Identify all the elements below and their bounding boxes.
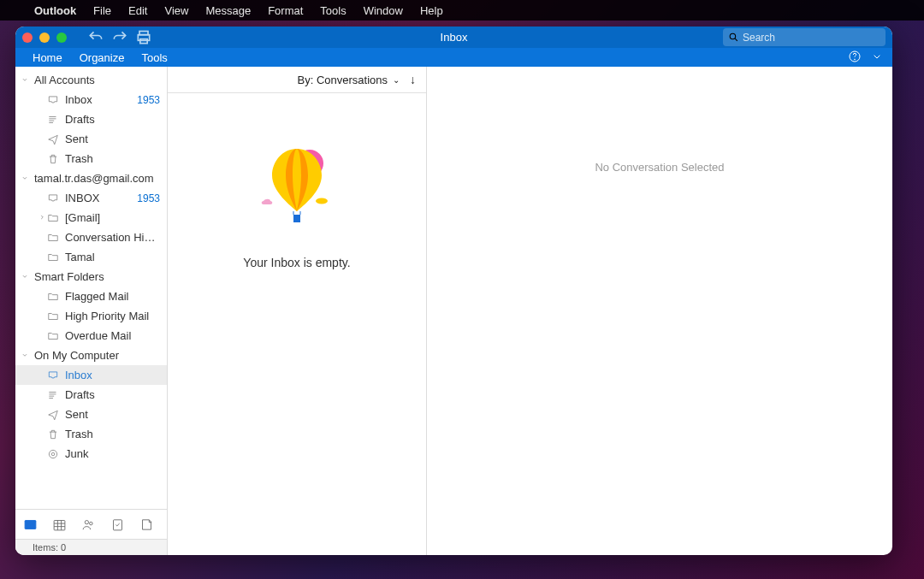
folder-item[interactable]: Drafts <box>15 109 167 129</box>
status-bar: Items: 0 <box>15 539 167 555</box>
svg-point-16 <box>89 522 92 525</box>
menu-file[interactable]: File <box>85 1 120 21</box>
folder-label: Inbox <box>65 369 160 381</box>
svg-point-8 <box>51 452 55 456</box>
tasks-view-icon[interactable] <box>110 517 125 532</box>
redo-icon[interactable] <box>111 29 128 46</box>
menu-edit[interactable]: Edit <box>120 1 156 21</box>
section-label: tamal.tr.das@gmail.com <box>34 172 160 185</box>
unread-count: 1953 <box>137 94 160 106</box>
menu-format[interactable]: Format <box>259 1 311 21</box>
sidebar: All AccountsInbox1953DraftsSentTrashtama… <box>15 67 168 555</box>
list-header[interactable]: By: Conversations ⌄ ↓ <box>168 67 426 93</box>
chevron-down-icon <box>21 172 29 185</box>
draft-icon <box>46 114 60 126</box>
svg-point-3 <box>730 33 736 39</box>
menu-help[interactable]: Help <box>412 1 452 21</box>
folder-label: Tamal <box>65 251 160 263</box>
reading-empty-message: No Conversation Selected <box>595 161 724 174</box>
folder-item[interactable]: Conversation History <box>15 227 167 247</box>
folder-label: Trash <box>65 428 160 440</box>
folder-section-header[interactable]: All Accounts <box>15 70 167 90</box>
calendar-view-icon[interactable] <box>51 517 67 532</box>
arrow-down-icon[interactable]: ↓ <box>410 73 416 86</box>
macos-menubar: Outlook File Edit View Message Format To… <box>0 0 924 21</box>
menu-message[interactable]: Message <box>197 1 259 21</box>
titlebar: Inbox <box>15 27 892 48</box>
folder-label: Flagged Mail <box>65 290 160 303</box>
chevron-down-icon: ⌄ <box>393 75 400 85</box>
folder-label: [Gmail] <box>65 211 160 224</box>
folder-icon <box>46 291 60 303</box>
trash-icon <box>46 153 60 165</box>
empty-list-message: Your Inbox is empty. <box>243 256 350 269</box>
fullscreen-button[interactable] <box>56 32 67 43</box>
tab-organize[interactable]: Organize <box>71 51 133 64</box>
folder-item[interactable]: Drafts <box>15 385 167 405</box>
notes-view-icon[interactable] <box>139 517 154 532</box>
folder-icon <box>46 251 60 263</box>
mail-view-icon[interactable] <box>22 517 38 532</box>
folder-item[interactable]: Inbox <box>15 365 167 385</box>
folder-section-header[interactable]: tamal.tr.das@gmail.com <box>15 168 167 188</box>
folder-label: INBOX <box>65 192 137 204</box>
folder-label: Overdue Mail <box>65 329 160 342</box>
window-title: Inbox <box>441 31 468 44</box>
folder-icon <box>46 232 60 244</box>
folder-item[interactable]: Trash <box>15 149 167 168</box>
help-icon[interactable] <box>848 50 862 66</box>
folder-label: Conversation History <box>65 231 160 244</box>
folder-label: Sent <box>65 133 160 145</box>
undo-icon[interactable] <box>87 29 104 46</box>
tray-icon <box>46 369 60 381</box>
folder-item[interactable]: Overdue Mail <box>15 326 167 346</box>
folder-icon <box>46 330 60 342</box>
tab-home[interactable]: Home <box>24 51 71 64</box>
tray-icon <box>46 192 60 204</box>
send-icon <box>46 409 60 421</box>
menu-tools[interactable]: Tools <box>311 1 354 21</box>
chevron-down-icon <box>21 349 29 362</box>
message-list-body: Your Inbox is empty. <box>168 93 426 555</box>
folder-item[interactable]: [Gmail] <box>15 208 167 227</box>
folder-item[interactable]: INBOX1953 <box>15 188 167 208</box>
svg-rect-19 <box>293 215 300 222</box>
send-icon <box>46 133 60 145</box>
close-button[interactable] <box>22 32 33 43</box>
search-input[interactable] <box>743 32 880 44</box>
folder-item[interactable]: Sent <box>15 405 167 424</box>
svg-rect-10 <box>54 520 65 529</box>
folder-item[interactable]: Sent <box>15 129 167 149</box>
menu-view[interactable]: View <box>156 1 197 21</box>
folder-item[interactable]: High Priority Mail <box>15 306 167 326</box>
search-icon <box>728 32 739 43</box>
sort-label: By: Conversations <box>298 74 388 86</box>
folder-section-header[interactable]: On My Computer <box>15 346 167 365</box>
quick-access-toolbar <box>87 29 152 46</box>
window-controls <box>22 32 67 43</box>
folder-label: High Priority Mail <box>65 310 160 322</box>
minimize-button[interactable] <box>39 32 50 43</box>
section-label: Smart Folders <box>34 270 160 283</box>
svg-line-4 <box>735 38 737 41</box>
chevron-down-icon[interactable] <box>870 50 884 66</box>
folder-item[interactable]: Tamal <box>15 247 167 267</box>
app-menu[interactable]: Outlook <box>26 1 85 21</box>
trash-icon <box>46 428 60 440</box>
junk-icon <box>46 448 60 460</box>
folder-item[interactable]: Junk <box>15 444 167 464</box>
section-label: On My Computer <box>34 349 160 362</box>
folder-item[interactable]: Inbox1953 <box>15 90 167 109</box>
tab-tools[interactable]: Tools <box>133 51 175 64</box>
people-view-icon[interactable] <box>80 517 96 532</box>
folder-item[interactable]: Trash <box>15 424 167 444</box>
folder-item[interactable]: Flagged Mail <box>15 287 167 306</box>
folder-section-header[interactable]: Smart Folders <box>15 267 167 287</box>
menu-window[interactable]: Window <box>355 1 412 21</box>
folder-tree: All AccountsInbox1953DraftsSentTrashtama… <box>15 67 167 509</box>
search-field[interactable] <box>723 28 886 46</box>
items-count: Items: 0 <box>33 542 66 552</box>
print-icon[interactable] <box>135 29 152 46</box>
folder-label: Trash <box>65 152 160 165</box>
nav-switcher <box>15 509 167 539</box>
